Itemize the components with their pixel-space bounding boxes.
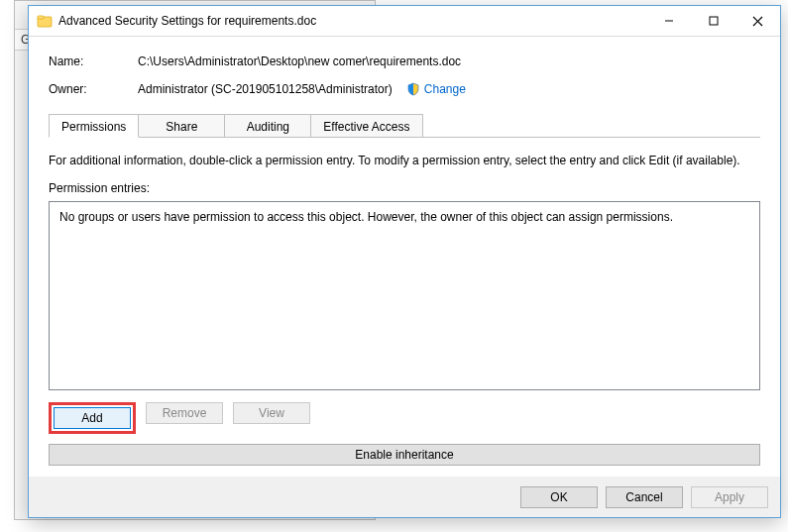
dialog-footer: OK Cancel Apply (29, 476, 780, 517)
permission-entries-label: Permission entries: (49, 181, 760, 195)
info-text: For additional information, double-click… (49, 154, 760, 167)
apply-button: Apply (691, 486, 768, 508)
view-button: View (233, 402, 310, 424)
close-button[interactable] (735, 6, 780, 36)
tab-bar: Permissions Share Auditing Effective Acc… (49, 114, 760, 138)
tab-share[interactable]: Share (138, 114, 225, 138)
window-controls (646, 6, 780, 36)
tab-effective-access[interactable]: Effective Access (310, 114, 422, 138)
add-button-highlight: Add (49, 402, 136, 434)
enable-inheritance-button[interactable]: Enable inheritance (49, 444, 760, 466)
change-owner-link[interactable]: Change (406, 80, 466, 98)
name-value: C:\Users\Administrator\Desktop\new comer… (138, 53, 461, 70)
maximize-button[interactable] (691, 6, 735, 36)
entry-buttons-row: Add Remove View (49, 402, 760, 434)
owner-label: Owner: (49, 80, 138, 98)
shield-icon (406, 82, 420, 96)
name-row: Name: C:\Users\Administrator\Desktop\new… (49, 53, 760, 70)
owner-value: Administrator (SC-201905101258\Administr… (138, 80, 393, 98)
window-title: Advanced Security Settings for requireme… (58, 14, 646, 28)
minimize-button[interactable] (646, 6, 691, 36)
change-link-text: Change (424, 80, 466, 98)
tab-auditing[interactable]: Auditing (224, 114, 311, 138)
cancel-button[interactable]: Cancel (606, 486, 683, 508)
svg-rect-1 (38, 16, 44, 19)
entries-empty-text: No groups or users have permission to ac… (59, 210, 673, 224)
permission-entries-list[interactable]: No groups or users have permission to ac… (49, 201, 760, 390)
svg-rect-3 (710, 17, 718, 25)
titlebar[interactable]: Advanced Security Settings for requireme… (29, 6, 780, 37)
tab-permissions[interactable]: Permissions (49, 114, 139, 138)
folder-icon (37, 13, 53, 29)
remove-button: Remove (146, 402, 223, 424)
ok-button[interactable]: OK (520, 486, 598, 508)
tab-underline (49, 137, 760, 138)
inheritance-row: Enable inheritance (49, 444, 760, 466)
dialog-content: Name: C:\Users\Administrator\Desktop\new… (29, 37, 780, 476)
name-label: Name: (49, 53, 138, 70)
owner-row: Owner: Administrator (SC-201905101258\Ad… (49, 80, 760, 98)
advanced-security-dialog: Advanced Security Settings for requireme… (28, 5, 781, 518)
add-button[interactable]: Add (54, 407, 131, 429)
